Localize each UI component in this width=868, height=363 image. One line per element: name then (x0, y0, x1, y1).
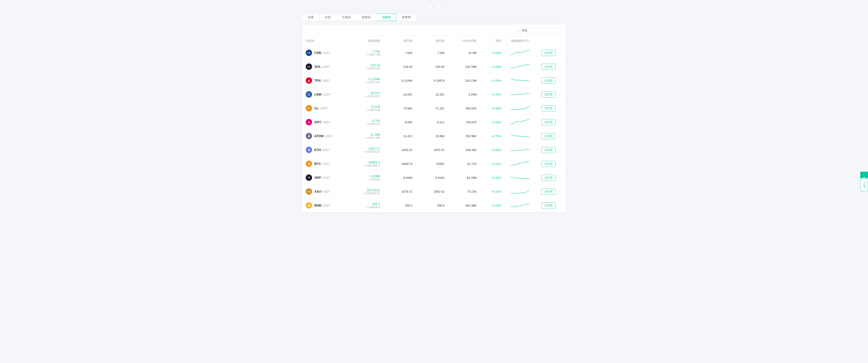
coin-quote: / USDT (323, 134, 332, 138)
action-cell: 去交易 ☆ (535, 143, 566, 157)
low-cell: 308.9 (416, 199, 448, 212)
col-header-low: 最低價 (416, 36, 448, 46)
coin-logo: ◆ (306, 147, 312, 153)
volume-cell: 61.17K (448, 157, 480, 171)
coin-logo: SOL (306, 63, 312, 70)
trade-button[interactable]: 去交易 (541, 105, 555, 112)
action-cell: 去交易 ☆ (535, 74, 566, 88)
coin-name: CSB (314, 51, 321, 55)
volume-cell: 31.6M (448, 46, 480, 60)
price-main: 2075.812 (350, 188, 380, 192)
change-cell: +0.44% (480, 171, 505, 185)
high-cell: 0.11048 (384, 74, 416, 88)
coin-name: LINK (314, 93, 322, 96)
coin-quote: / USDT (321, 204, 330, 207)
tab-gainers[interactable]: 漲幅榜 (376, 13, 397, 21)
trade-button[interactable]: 去交易 (541, 203, 555, 209)
change-cell: +3.58% (480, 60, 505, 74)
table-row: ✕ XRP/ USDT 0.6385 ≈ USD0.64 0.6399 0.61… (302, 171, 566, 185)
pair-cell: A ATOM/ USDT (302, 129, 347, 143)
trade-button[interactable]: 去交易 (541, 147, 555, 153)
favorite-button[interactable]: ☆ (557, 65, 562, 69)
price-usd: ≈ USD320.3 (350, 206, 380, 209)
trade-button[interactable]: 去交易 (541, 78, 555, 84)
action-cell: 去交易 ☆ (535, 115, 566, 129)
low-cell: 8.211 (416, 115, 448, 129)
trend-cell (505, 129, 535, 143)
price-usd: ≈ USD73.38 (350, 109, 380, 112)
trade-button[interactable]: 去交易 (541, 188, 555, 195)
favorite-button[interactable]: ☆ (557, 106, 562, 111)
register-button[interactable]: 注册 (860, 172, 868, 178)
price-usd: ≈ USD16.037 (350, 95, 380, 97)
low-cell: 2062.51 (416, 185, 448, 199)
price-cell: 16.037 ≈ USD16.037 (347, 88, 384, 101)
change-cell: +0.03% (480, 199, 505, 212)
favorite-button[interactable]: ☆ (557, 92, 562, 97)
coin-name: TRX (314, 79, 321, 82)
col-header-volume: 24H交易量 (448, 36, 480, 46)
search-input-wrapper[interactable]: ⌕ (516, 27, 561, 33)
favorite-button[interactable]: ☆ (557, 134, 562, 138)
change-cell: +0.61% (480, 157, 505, 171)
trade-button[interactable]: 去交易 (541, 133, 555, 139)
table-row: ◆ BNB/ USDT 320.3 ≈ USD320.3 320.4 308.9… (302, 199, 566, 212)
price-usd: ≈ USD8.743 (350, 123, 380, 125)
change-cell: +0.31% (480, 185, 505, 199)
price-usd: ≈ USD11.399 (350, 137, 380, 139)
search-input[interactable] (522, 29, 559, 32)
table-row: ▲ TRX/ USDT 0.11048 ≈ USD0.1105 0.11048 … (302, 74, 566, 88)
tab-all[interactable]: 全部 (319, 13, 336, 21)
nav-arrows: ‹ › (302, 4, 566, 10)
trend-cell (505, 74, 535, 88)
trade-button[interactable]: 去交易 (541, 91, 555, 97)
pair-cell: ● DOT/ USDT (302, 115, 347, 129)
favorite-button[interactable]: ☆ (557, 120, 562, 124)
tab-newcoins[interactable]: 新幣榜 (397, 13, 416, 21)
favorite-button[interactable]: ☆ (557, 203, 562, 208)
trade-button[interactable]: 去交易 (541, 175, 555, 181)
action-cell: 去交易 ☆ (535, 88, 566, 101)
price-cell: 7.788 ≈ USD7.788 (347, 46, 384, 60)
filter-tabs: 自選 全部 主板區 創新區 漲幅榜 新幣榜 (302, 13, 566, 21)
price-cell: 0.6385 ≈ USD0.64 (347, 171, 384, 185)
low-cell: 103.93 (416, 60, 448, 74)
favorite-button[interactable]: ☆ (557, 162, 562, 166)
trade-button[interactable]: 去交易 (541, 50, 555, 56)
trade-button[interactable]: 去交易 (541, 119, 555, 125)
low-cell: 15.201 (416, 88, 448, 101)
trade-button[interactable]: 去交易 (541, 64, 555, 70)
tab-mainboard[interactable]: 主板區 (336, 13, 356, 21)
change-cell: +0.66% (480, 143, 505, 157)
price-main: 8.743 (350, 119, 380, 123)
high-cell: 11.421 (384, 129, 416, 143)
change-cell: +4.83% (480, 46, 505, 60)
trend-cell (505, 88, 535, 101)
table-row: ◆ ETH/ USDT 2401.27 ≈ USD2401.27 2430.23… (302, 143, 566, 157)
tab-watchlist[interactable]: 自選 (302, 13, 319, 21)
trade-button[interactable]: 去交易 (541, 161, 555, 167)
favorite-button[interactable]: ☆ (557, 51, 562, 55)
action-cell: 去交易 ☆ (535, 101, 566, 115)
coin-logo: ✕ (306, 175, 312, 181)
favorite-button[interactable]: ☆ (557, 79, 562, 83)
search-icon: ⌕ (518, 28, 520, 32)
favorite-button[interactable]: ☆ (557, 176, 562, 180)
coin-name: XAU (314, 190, 321, 193)
pair-cell: XAU XAU/ USDT (302, 185, 347, 199)
side-panel: 注册 TOP (860, 172, 868, 191)
action-cell: 去交易 ☆ (535, 129, 566, 143)
price-usd: ≈ USD45664.3 (350, 164, 380, 167)
trend-cell (505, 101, 535, 115)
prev-arrow[interactable]: ‹ (427, 4, 433, 10)
low-cell: 71.321 (416, 101, 448, 115)
table-row: CL CL/ USDT 73.378 ≈ USD73.38 73.584 71.… (302, 101, 566, 115)
pair-cell: ◆ BNB/ USDT (302, 199, 347, 212)
price-main: 0.11048 (350, 77, 380, 81)
favorite-button[interactable]: ☆ (557, 189, 562, 194)
coin-quote: / USDT (321, 121, 330, 124)
top-button[interactable]: TOP (860, 179, 868, 191)
next-arrow[interactable]: › (435, 4, 441, 10)
tab-innovation[interactable]: 創新區 (356, 13, 376, 21)
favorite-button[interactable]: ☆ (557, 148, 562, 152)
